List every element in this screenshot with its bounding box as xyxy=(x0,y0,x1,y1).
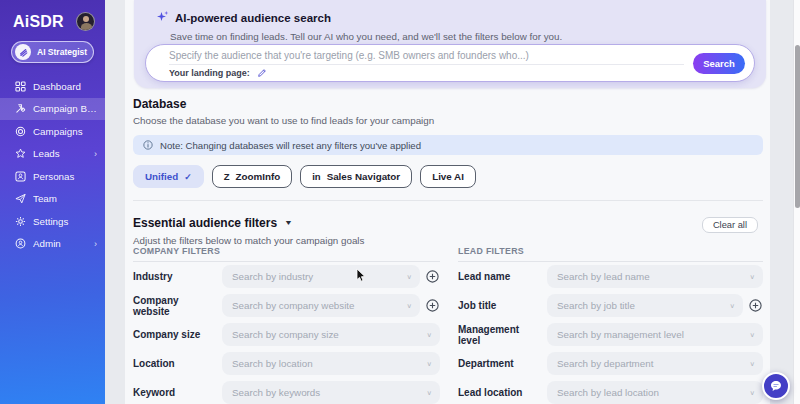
filter-placeholder: Search by industry xyxy=(232,271,407,282)
user-avatar[interactable] xyxy=(76,12,95,31)
sidebar-item-label: Campaigns xyxy=(33,126,97,137)
audience-search-input[interactable]: Specify the audience that you're targeti… xyxy=(146,45,754,64)
sidebar-item-label: Team xyxy=(33,193,97,204)
leads-icon xyxy=(14,148,26,160)
filter-placeholder: Search by department xyxy=(557,358,750,369)
main-content: AI-powered audience search Save time on … xyxy=(125,0,770,404)
filter-select-company-size[interactable]: Search by company size∨ xyxy=(222,323,440,346)
filter-placeholder: Search by lead location xyxy=(557,387,750,398)
dashboard-icon xyxy=(14,80,26,92)
settings-icon xyxy=(14,215,26,227)
filter-row-management-level: Management levelSearch by management lev… xyxy=(458,320,763,349)
filter-placeholder: Search by lead name xyxy=(557,271,750,282)
sidebar-item-settings[interactable]: Settings xyxy=(0,210,105,233)
sparkles-icon xyxy=(156,9,169,27)
filter-select-lead-name[interactable]: Search by lead name∨ xyxy=(547,265,763,288)
database-options: Unified✓ZZoomInfoinSales NavigatorLive A… xyxy=(133,165,763,188)
add-filter-icon[interactable] xyxy=(749,299,763,312)
company-filters-header: COMPANY FILTERS xyxy=(133,246,440,256)
ai-search-card: AI-powered audience search Save time on … xyxy=(134,0,766,88)
chevron-down-icon: ∨ xyxy=(750,273,756,281)
app-logo: AiSDR xyxy=(13,13,64,31)
ai-search-input-container: Specify the audience that you're targeti… xyxy=(145,44,755,82)
admin-icon xyxy=(14,238,26,250)
essential-filters-subtitle: Adjust the filters below to match your c… xyxy=(133,235,763,246)
filter-row-keyword: KeywordSearch by keywords∨ xyxy=(133,378,440,404)
add-filter-icon[interactable] xyxy=(426,299,440,312)
chevron-right-icon: › xyxy=(94,239,97,249)
sidebar-item-dashboard[interactable]: Dashboard xyxy=(0,75,105,98)
chevron-down-icon: ∨ xyxy=(427,331,433,339)
filter-select-job-title[interactable]: Search by job title∨ xyxy=(547,294,743,317)
database-option-label: Unified xyxy=(145,171,178,182)
database-subtitle: Choose the database you want to use to f… xyxy=(133,115,763,126)
filter-select-management-level[interactable]: Search by management level∨ xyxy=(547,323,763,346)
sidebar-item-admin[interactable]: Admin› xyxy=(0,233,105,256)
chevron-right-icon: › xyxy=(94,149,97,159)
database-option-label: Sales Navigator xyxy=(327,171,401,182)
sidebar-item-label: Admin xyxy=(33,238,87,249)
filter-row-job-title: Job titleSearch by job title∨ xyxy=(458,291,763,320)
sidebar-menu: DashboardCampaign BuilderCampaignsLeads›… xyxy=(0,75,105,255)
landing-page-label: Your landing page: xyxy=(169,68,250,78)
chat-widget-button[interactable] xyxy=(762,372,790,400)
chevron-down-icon[interactable]: ▼ xyxy=(284,219,293,227)
zoominfo-icon: Z xyxy=(224,171,230,182)
info-icon xyxy=(143,140,153,150)
filter-row-lead-location: Lead locationSearch by lead location∨ xyxy=(458,378,763,404)
sidebar-item-team[interactable]: Team xyxy=(0,188,105,211)
database-option-zoominfo[interactable]: ZZoomInfo xyxy=(212,165,292,188)
edit-pencil-icon[interactable] xyxy=(257,68,267,78)
filter-label: Job title xyxy=(458,300,547,311)
add-filter-icon[interactable] xyxy=(426,270,440,283)
filter-select-keyword[interactable]: Search by keywords∨ xyxy=(222,381,440,404)
campaigns-icon xyxy=(14,125,26,137)
filter-select-company-website[interactable]: Search by company website∨ xyxy=(222,294,420,317)
filter-select-location[interactable]: Search by location∨ xyxy=(222,352,440,375)
ai-strategist-label: AI Strategist xyxy=(37,47,87,57)
ai-strategist-button[interactable]: AI Strategist xyxy=(11,41,94,63)
campaign-builder-icon xyxy=(14,103,26,115)
database-option-live-ai[interactable]: Live AI xyxy=(420,165,476,188)
ai-search-subtitle: Save time on finding leads. Tell our AI … xyxy=(134,27,766,42)
filter-label: Keyword xyxy=(133,387,222,398)
sidebar-item-label: Leads xyxy=(33,148,87,159)
company-filters-column: COMPANY FILTERS IndustrySearch by indust… xyxy=(133,246,440,404)
filter-label: Management level xyxy=(458,324,547,346)
chevron-down-icon: ∨ xyxy=(750,389,756,397)
essential-filters-title: Essential audience filters xyxy=(133,216,277,230)
sidebar-item-personas[interactable]: Personas xyxy=(0,165,105,188)
filter-row-location: LocationSearch by location∨ xyxy=(133,349,440,378)
database-option-unified[interactable]: Unified✓ xyxy=(133,165,204,188)
right-gutter xyxy=(770,0,793,404)
database-title: Database xyxy=(133,97,763,111)
database-note-text: Note: Changing databases will reset any … xyxy=(160,140,421,151)
sidebar-item-campaign-builder[interactable]: Campaign Builder xyxy=(0,98,105,121)
database-option-sales-navigator[interactable]: inSales Navigator xyxy=(300,165,412,188)
sidebar-item-label: Dashboard xyxy=(33,81,97,92)
check-icon: ✓ xyxy=(184,172,192,182)
personas-icon xyxy=(14,170,26,182)
filter-select-department[interactable]: Search by department∨ xyxy=(547,352,763,375)
chevron-down-icon: ∨ xyxy=(407,302,413,310)
sidebar: AiSDR AI Strategist DashboardCampaign Bu… xyxy=(0,0,105,404)
chevron-down-icon: ∨ xyxy=(750,331,756,339)
filter-placeholder: Search by job title xyxy=(557,300,730,311)
filter-select-industry[interactable]: Search by industry∨ xyxy=(222,265,420,288)
scrollbar-thumb[interactable] xyxy=(795,45,800,208)
audience-search-placeholder: Specify the audience that you're targeti… xyxy=(169,50,529,61)
filter-label: Lead name xyxy=(458,271,547,282)
sidebar-item-leads[interactable]: Leads› xyxy=(0,143,105,166)
section-divider xyxy=(133,200,763,201)
filter-select-lead-location[interactable]: Search by lead location∨ xyxy=(547,381,763,404)
ai-strategist-icon xyxy=(15,44,31,60)
filter-row-company-website: Company websiteSearch by company website… xyxy=(133,291,440,320)
clear-all-button[interactable]: Clear all xyxy=(702,217,758,233)
filter-row-company-size: Company sizeSearch by company size∨ xyxy=(133,320,440,349)
filter-row-lead-name: Lead nameSearch by lead name∨ xyxy=(458,262,763,291)
sales-navigator-icon: in xyxy=(312,171,320,182)
sidebar-item-campaigns[interactable]: Campaigns xyxy=(0,120,105,143)
sidebar-item-label: Campaign Builder xyxy=(33,103,97,114)
search-button[interactable]: Search xyxy=(693,53,745,74)
scrollbar-track[interactable] xyxy=(793,0,800,404)
